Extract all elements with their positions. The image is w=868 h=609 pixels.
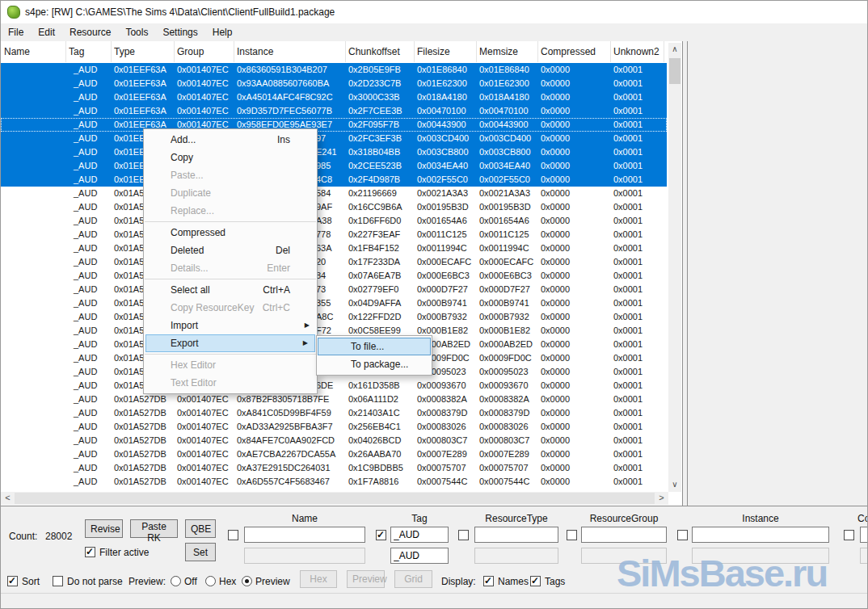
table-row[interactable]: _AUD0x01A527DB0x001407EC0xA6D557C4F56834… — [1, 475, 667, 489]
table-row[interactable]: _AUD0x01EEF63A0x001407EC0x958EFD0E95AE93… — [1, 118, 667, 132]
filter-tag-input[interactable] — [390, 527, 449, 543]
filter-name-input[interactable] — [244, 527, 365, 543]
table-row[interactable]: _AUD0x01A527DB0x001407EC3550x04D9AFFA0x0… — [1, 296, 667, 310]
table-row[interactable]: _AUD0x01EEF63A0x001407EC970x2FC3EF3B0x00… — [1, 132, 667, 145]
filter-instance-current — [692, 548, 829, 564]
table-row[interactable]: _AUD0x01EEF63A0x001407EC0x86360591B304B2… — [1, 63, 667, 77]
menu-item-export[interactable]: Export▶ — [145, 334, 315, 352]
table-row[interactable]: _AUD0x01EEF63A0x001407EC0x9D357D7FEC5607… — [1, 104, 667, 118]
paste-rk-button[interactable]: Paste RK — [130, 519, 178, 538]
column-header-group[interactable]: Group — [177, 41, 234, 62]
table-row[interactable]: _AUD0x01A527DB0x001407EC63A0x1FB4F1520x0… — [1, 242, 667, 255]
table-row[interactable]: _AUD0x01A527DB0x001407EC0xAD33A2925BFBA3… — [1, 420, 667, 434]
column-header-chunkoffset[interactable]: Chunkoffset — [348, 41, 415, 62]
filter-resourcetype-checkbox[interactable] — [458, 530, 469, 540]
menu-tools[interactable]: Tools — [118, 23, 155, 41]
cell-filesize: 0x00195B3D — [417, 200, 478, 214]
menu-item-to-package[interactable]: To package... — [317, 355, 432, 373]
filter-resourcegroup-checkbox[interactable] — [567, 530, 577, 540]
column-header-instance[interactable]: Instance — [237, 41, 346, 62]
scroll-right-icon[interactable]: > — [655, 492, 668, 505]
cell-type: 0x01A527DB — [114, 447, 175, 461]
vertical-scrollbar[interactable]: ∧ ∨ — [668, 43, 681, 492]
table-row[interactable]: _AUD0x01EEF63A0x001407EC4C80x2F4D987B0x0… — [1, 173, 667, 187]
display-tags-checkbox[interactable] — [530, 576, 541, 586]
qbe-button[interactable]: QBE — [185, 519, 216, 538]
menu-item-to-file[interactable]: To file... — [318, 338, 431, 355]
column-header-filesize[interactable]: Filesize — [417, 41, 477, 62]
table-row[interactable]: _AUD0x01EEF63A0x001407ECE2410x318B04BB0x… — [1, 145, 667, 159]
column-header-tag[interactable]: Tag — [69, 41, 112, 62]
filter-instance-checkbox[interactable] — [677, 530, 688, 540]
table-row[interactable]: _AUD0x01A527DB0x001407EC0xA37E2915DC2640… — [1, 461, 667, 475]
filter-compressed-checkbox[interactable] — [844, 530, 854, 540]
menu-file[interactable]: File — [1, 23, 31, 41]
filter-active-checkbox[interactable] — [85, 547, 95, 557]
do-not-parse-checkbox[interactable] — [53, 576, 63, 586]
menu-item-text-editor: Text Editor — [144, 374, 317, 392]
menu-item-shortcut: Ctrl+A — [263, 281, 290, 299]
menu-item-compressed[interactable]: Compressed — [144, 224, 317, 242]
scroll-up-icon[interactable]: ∧ — [668, 43, 681, 57]
cell-filesize: 0x00443900 — [417, 118, 478, 132]
scroll-down-icon[interactable]: ∨ — [668, 478, 681, 492]
revise-button[interactable]: Revise — [85, 519, 123, 538]
menu-help[interactable]: Help — [205, 23, 240, 41]
menu-item-label: To file... — [351, 341, 384, 352]
filter-name-checkbox[interactable] — [228, 530, 238, 540]
filter-resourcegroup-input[interactable] — [581, 527, 667, 543]
menu-resource[interactable]: Resource — [62, 23, 118, 41]
table-row[interactable]: _AUD0x01A527DB0x001407EC200x17F233DA0x00… — [1, 255, 667, 269]
menu-item-import[interactable]: Import▶ — [144, 317, 317, 334]
menu-item-select-all[interactable]: Select allCtrl+A — [144, 281, 317, 299]
filter-resourcetype-input[interactable] — [474, 527, 558, 543]
cell-compressed: 0x0000 — [541, 132, 612, 145]
table-row[interactable]: _AUD0x01A527DB0x001407EC840x07A6EA7B0x00… — [1, 269, 667, 283]
table-row[interactable]: _AUD0x01A527DB0x001407EC0xA841C05D99BF4F… — [1, 406, 667, 420]
column-header-name[interactable]: Name — [4, 41, 66, 62]
cell-unknown2: 0x0001 — [613, 145, 665, 159]
table-row[interactable]: _AUD0x01EEF63A0x001407EC0xA45014AFC4F8C9… — [1, 90, 667, 104]
table-row[interactable]: _AUD0x01A527DB0x001407EC6DE0x161D358B0x0… — [1, 379, 667, 393]
table-row[interactable]: _AUD0x01EEF63A0x001407EC9850x2CEE523B0x0… — [1, 159, 667, 173]
filter-tag-checkbox[interactable] — [376, 530, 386, 540]
table-row[interactable]: _AUD0x01EEF63A0x001407EC0x93AA0885607660… — [1, 77, 667, 90]
menu-edit[interactable]: Edit — [31, 23, 62, 41]
table-row[interactable]: _AUD0x01A527DB0x001407ECA8C0x122FFD2D0x0… — [1, 310, 667, 324]
cell-tag: _AUD — [69, 310, 112, 324]
cell-memsize: 0x003CD400 — [479, 132, 539, 145]
column-header-type[interactable]: Type — [114, 41, 175, 62]
filter-tag-current[interactable] — [390, 548, 449, 564]
set-button[interactable]: Set — [185, 543, 216, 561]
export-submenu: To file...To package... — [316, 335, 432, 376]
menu-item-label: Paste... — [171, 170, 204, 181]
menu-settings[interactable]: Settings — [155, 23, 204, 41]
preview-preview-radio[interactable] — [242, 576, 252, 586]
scroll-left-icon[interactable]: < — [1, 492, 15, 505]
cell-chunkoffset: 0x3000C33B — [348, 90, 415, 104]
table-row[interactable]: _AUD0x01A527DB0x001407EC730x02779EF00x00… — [1, 283, 667, 296]
menu-item-add[interactable]: Add...Ins — [144, 131, 317, 149]
column-header-unknown2[interactable]: Unknown2 — [613, 41, 664, 62]
table-row[interactable]: _AUD0x01A527DB0x001407EC0x87B2F8305718B7… — [1, 393, 667, 406]
panel-splitter[interactable] — [682, 41, 688, 506]
table-row[interactable]: _AUD0x01A527DB0x001407EC5840x211966690x0… — [1, 187, 667, 200]
horizontal-scrollbar[interactable]: < > — [1, 492, 668, 505]
column-header-compressed[interactable]: Compressed — [541, 41, 611, 62]
display-names-checkbox[interactable] — [483, 576, 494, 586]
horizontal-scrollbar-thumb[interactable] — [15, 493, 655, 504]
menu-item-deleted[interactable]: DeletedDel — [144, 242, 317, 259]
sort-checkbox[interactable] — [7, 576, 18, 586]
filter-compressed-input[interactable] — [860, 527, 868, 543]
preview-hex-radio[interactable] — [205, 576, 216, 586]
column-header-memsize[interactable]: Memsize — [479, 41, 538, 62]
menu-item-copy[interactable]: Copy — [144, 149, 317, 166]
preview-off-radio[interactable] — [171, 576, 181, 586]
filter-instance-input[interactable] — [692, 527, 829, 543]
vertical-scrollbar-thumb[interactable] — [669, 58, 680, 84]
table-row[interactable]: _AUD0x01A527DB0x001407EC9AF0x16CC9B6A0x0… — [1, 200, 667, 214]
table-row[interactable]: _AUD0x01A527DB0x001407EC0xAE7CBA2267DCA5… — [1, 447, 667, 461]
table-row[interactable]: _AUD0x01A527DB0x001407EC0x84AFE7C0AA902F… — [1, 434, 667, 447]
table-row[interactable]: _AUD0x01A527DB0x001407ECA380x1D6FF6D00x0… — [1, 214, 667, 228]
table-row[interactable]: _AUD0x01A527DB0x001407EC7780x227F3EAF0x0… — [1, 228, 667, 242]
